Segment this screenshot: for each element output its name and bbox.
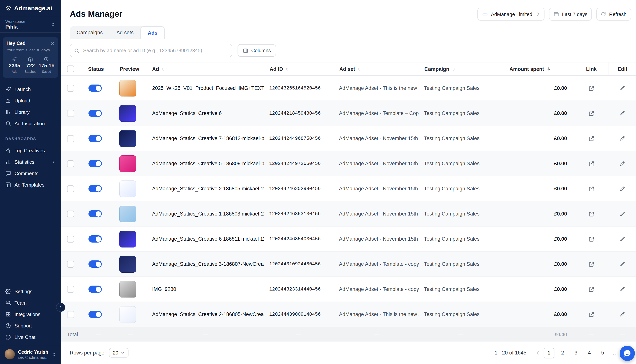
sidebar-item-statistics[interactable]: Statistics (0, 156, 61, 168)
preview-thumb[interactable] (119, 130, 136, 147)
edit-icon[interactable] (619, 261, 625, 267)
previous-page-button[interactable] (535, 350, 540, 355)
workspace-selector[interactable]: Workspace Pihla (0, 16, 61, 33)
col-campaign[interactable]: Campaign (419, 62, 503, 76)
col-ad-set[interactable]: Ad set (334, 62, 419, 76)
sidebar-item-integrations[interactable]: Integrations (0, 308, 61, 320)
preview-thumb[interactable] (119, 256, 136, 272)
edit-icon[interactable] (619, 161, 625, 166)
status-toggle[interactable] (88, 135, 102, 142)
tab-ad-sets[interactable]: Ad sets (110, 26, 140, 39)
edit-icon[interactable] (619, 186, 625, 192)
account-selector[interactable]: AdManage Limited (477, 8, 544, 20)
sidebar-item-support[interactable]: Support (0, 320, 61, 331)
external-link-icon[interactable] (588, 311, 594, 317)
row-checkbox[interactable] (67, 236, 74, 242)
sidebar-item-upload[interactable]: Upload (0, 95, 61, 106)
preview-thumb[interactable] (119, 80, 136, 96)
external-link-icon[interactable] (588, 186, 594, 192)
row-checkbox[interactable] (67, 85, 74, 92)
preview-thumb[interactable] (119, 281, 136, 298)
status-toggle[interactable] (88, 235, 102, 242)
row-checkbox[interactable] (67, 210, 74, 217)
date-range-picker[interactable]: Last 7 days (549, 8, 592, 20)
status-toggle[interactable] (88, 160, 102, 167)
preview-thumb[interactable] (119, 105, 136, 122)
page-button-4[interactable]: 4 (584, 348, 594, 358)
row-checkbox[interactable] (67, 286, 74, 292)
edit-icon[interactable] (619, 110, 625, 116)
sidebar-item-live-chat[interactable]: Live Chat (0, 331, 61, 343)
col-status[interactable]: Status (82, 62, 114, 76)
sidebar-item-comments[interactable]: Comments (0, 168, 61, 179)
table-header: Status Preview Ad Ad ID Ad set Campaign … (61, 62, 636, 76)
refresh-button[interactable]: Refresh (596, 8, 631, 20)
sidebar-item-top-creatives[interactable]: Top Creatives (0, 145, 61, 156)
user-menu[interactable]: Cedric Yarish ced@admanag... (0, 345, 61, 364)
app-logo[interactable]: Admanage.ai (0, 0, 61, 16)
campaign: Testing Campaign Sales (419, 176, 503, 201)
col-amount-spent[interactable]: Amount spent (503, 62, 574, 76)
status-toggle[interactable] (88, 84, 102, 92)
sidebar-item-ad-templates[interactable]: Ad Templates (0, 179, 61, 190)
status-toggle[interactable] (88, 210, 102, 218)
row-checkbox[interactable] (67, 135, 74, 142)
sidebar-item-ad-inspiration[interactable]: Ad Inspiration (0, 118, 61, 129)
external-link-icon[interactable] (588, 211, 594, 217)
page-button-2[interactable]: 2 (558, 348, 568, 358)
page-button-1[interactable]: 1 (544, 348, 554, 358)
refresh-label: Refresh (609, 11, 626, 17)
close-icon[interactable] (50, 41, 55, 46)
select-all-checkbox[interactable] (67, 66, 74, 72)
row-checkbox[interactable] (67, 110, 74, 117)
sidebar-item-team[interactable]: Team (0, 297, 61, 308)
page-button-3[interactable]: 3 (571, 348, 581, 358)
sidebar-collapse-button[interactable] (56, 303, 65, 312)
user-email: ced@admanag... (18, 355, 48, 359)
external-link-icon[interactable] (588, 135, 594, 142)
row-checkbox[interactable] (67, 160, 74, 167)
external-link-icon[interactable] (588, 261, 594, 267)
search-input[interactable] (82, 47, 228, 54)
preview-thumb[interactable] (119, 206, 136, 222)
col-ad[interactable]: Ad (146, 62, 264, 76)
amount-spent: £0.00 (503, 252, 574, 276)
preview-thumb[interactable] (119, 230, 136, 247)
edit-icon[interactable] (619, 236, 625, 242)
sidebar-item-launch[interactable]: Launch (0, 84, 61, 95)
preview-thumb[interactable] (119, 180, 136, 197)
edit-icon[interactable] (619, 136, 625, 141)
rows-per-page-select[interactable]: 20 (109, 348, 129, 358)
tab-campaigns[interactable]: Campaigns (70, 26, 110, 39)
status-toggle[interactable] (88, 286, 102, 293)
row-checkbox[interactable] (67, 185, 74, 192)
external-link-icon[interactable] (588, 236, 594, 242)
preview-thumb[interactable] (119, 306, 136, 323)
external-link-icon[interactable] (588, 85, 594, 91)
page-button-5[interactable]: 5 (598, 348, 608, 358)
col-ad-id[interactable]: Ad ID (264, 62, 334, 76)
edit-icon[interactable] (619, 312, 625, 317)
campaign: Testing Campaign Sales (419, 101, 503, 126)
tab-ads[interactable]: Ads (140, 26, 165, 39)
status-toggle[interactable] (88, 110, 102, 117)
row-checkbox[interactable] (67, 311, 74, 318)
sidebar-item-settings[interactable]: Settings (0, 286, 61, 297)
row-checkbox[interactable] (67, 261, 74, 268)
status-toggle[interactable] (88, 311, 102, 318)
edit-icon[interactable] (619, 286, 625, 292)
columns-button[interactable]: Columns (238, 44, 276, 57)
sidebar-nav-main: Launch Upload Library Ad Inspiration (0, 81, 61, 131)
col-preview[interactable]: Preview (114, 62, 146, 76)
edit-icon[interactable] (619, 85, 625, 91)
edit-icon[interactable] (619, 211, 625, 217)
external-link-icon[interactable] (588, 160, 594, 166)
external-link-icon[interactable] (588, 286, 594, 292)
status-toggle[interactable] (88, 260, 102, 268)
live-chat-fab[interactable] (619, 346, 635, 361)
campaign: Testing Campaign Sales (419, 252, 503, 276)
status-toggle[interactable] (88, 185, 102, 192)
sidebar-item-library[interactable]: Library (0, 106, 61, 118)
preview-thumb[interactable] (119, 155, 136, 172)
external-link-icon[interactable] (588, 110, 594, 116)
